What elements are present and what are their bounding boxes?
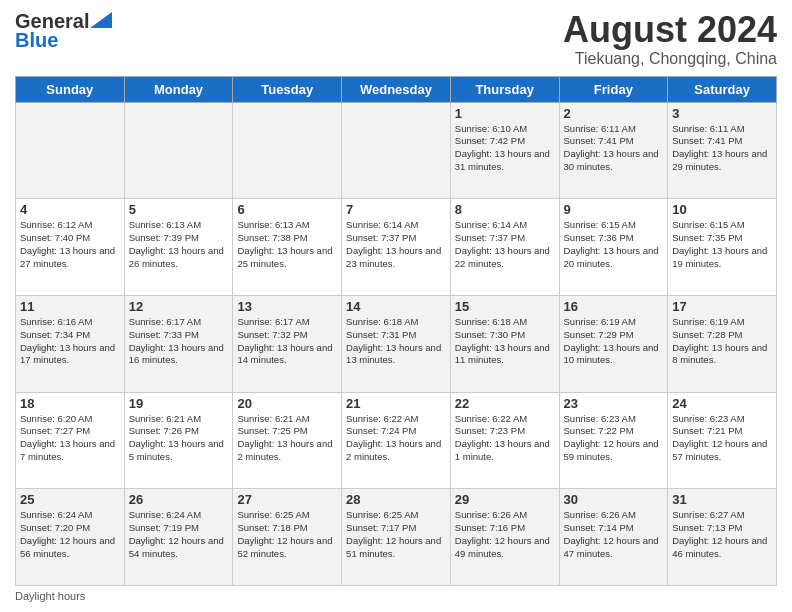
- daylight-label: Daylight hours: [15, 590, 85, 602]
- calendar-table: SundayMondayTuesdayWednesdayThursdayFrid…: [15, 76, 777, 586]
- title-block: August 2024 Tiekuang, Chongqing, China: [563, 10, 777, 68]
- day-detail: Sunrise: 6:23 AM Sunset: 7:21 PM Dayligh…: [672, 413, 772, 464]
- day-detail: Sunrise: 6:13 AM Sunset: 7:39 PM Dayligh…: [129, 219, 229, 270]
- day-cell: 4Sunrise: 6:12 AM Sunset: 7:40 PM Daylig…: [16, 199, 125, 296]
- day-header-saturday: Saturday: [668, 76, 777, 102]
- day-number: 9: [564, 202, 664, 217]
- day-number: 1: [455, 106, 555, 121]
- day-number: 2: [564, 106, 664, 121]
- day-cell: 10Sunrise: 6:15 AM Sunset: 7:35 PM Dayli…: [668, 199, 777, 296]
- day-detail: Sunrise: 6:23 AM Sunset: 7:22 PM Dayligh…: [564, 413, 664, 464]
- day-detail: Sunrise: 6:14 AM Sunset: 7:37 PM Dayligh…: [455, 219, 555, 270]
- day-detail: Sunrise: 6:16 AM Sunset: 7:34 PM Dayligh…: [20, 316, 120, 367]
- day-number: 24: [672, 396, 772, 411]
- day-detail: Sunrise: 6:26 AM Sunset: 7:16 PM Dayligh…: [455, 509, 555, 560]
- day-number: 15: [455, 299, 555, 314]
- week-row-4: 18Sunrise: 6:20 AM Sunset: 7:27 PM Dayli…: [16, 392, 777, 489]
- day-cell: 23Sunrise: 6:23 AM Sunset: 7:22 PM Dayli…: [559, 392, 668, 489]
- day-detail: Sunrise: 6:21 AM Sunset: 7:25 PM Dayligh…: [237, 413, 337, 464]
- day-cell: 20Sunrise: 6:21 AM Sunset: 7:25 PM Dayli…: [233, 392, 342, 489]
- location-title: Tiekuang, Chongqing, China: [563, 50, 777, 68]
- day-cell: [124, 102, 233, 199]
- day-cell: 27Sunrise: 6:25 AM Sunset: 7:18 PM Dayli…: [233, 489, 342, 586]
- day-detail: Sunrise: 6:18 AM Sunset: 7:30 PM Dayligh…: [455, 316, 555, 367]
- day-cell: 8Sunrise: 6:14 AM Sunset: 7:37 PM Daylig…: [450, 199, 559, 296]
- day-detail: Sunrise: 6:13 AM Sunset: 7:38 PM Dayligh…: [237, 219, 337, 270]
- day-header-sunday: Sunday: [16, 76, 125, 102]
- day-cell: 3Sunrise: 6:11 AM Sunset: 7:41 PM Daylig…: [668, 102, 777, 199]
- day-detail: Sunrise: 6:17 AM Sunset: 7:32 PM Dayligh…: [237, 316, 337, 367]
- day-cell: 9Sunrise: 6:15 AM Sunset: 7:36 PM Daylig…: [559, 199, 668, 296]
- day-detail: Sunrise: 6:12 AM Sunset: 7:40 PM Dayligh…: [20, 219, 120, 270]
- day-cell: 7Sunrise: 6:14 AM Sunset: 7:37 PM Daylig…: [342, 199, 451, 296]
- svg-marker-0: [90, 12, 112, 28]
- day-number: 10: [672, 202, 772, 217]
- day-detail: Sunrise: 6:25 AM Sunset: 7:17 PM Dayligh…: [346, 509, 446, 560]
- day-detail: Sunrise: 6:25 AM Sunset: 7:18 PM Dayligh…: [237, 509, 337, 560]
- day-cell: 31Sunrise: 6:27 AM Sunset: 7:13 PM Dayli…: [668, 489, 777, 586]
- month-title: August 2024: [563, 10, 777, 50]
- day-header-friday: Friday: [559, 76, 668, 102]
- day-detail: Sunrise: 6:27 AM Sunset: 7:13 PM Dayligh…: [672, 509, 772, 560]
- day-cell: 5Sunrise: 6:13 AM Sunset: 7:39 PM Daylig…: [124, 199, 233, 296]
- day-detail: Sunrise: 6:24 AM Sunset: 7:20 PM Dayligh…: [20, 509, 120, 560]
- day-detail: Sunrise: 6:18 AM Sunset: 7:31 PM Dayligh…: [346, 316, 446, 367]
- day-number: 17: [672, 299, 772, 314]
- day-number: 22: [455, 396, 555, 411]
- day-number: 28: [346, 492, 446, 507]
- day-number: 4: [20, 202, 120, 217]
- day-detail: Sunrise: 6:20 AM Sunset: 7:27 PM Dayligh…: [20, 413, 120, 464]
- day-header-monday: Monday: [124, 76, 233, 102]
- day-number: 25: [20, 492, 120, 507]
- day-cell: 13Sunrise: 6:17 AM Sunset: 7:32 PM Dayli…: [233, 295, 342, 392]
- day-cell: 25Sunrise: 6:24 AM Sunset: 7:20 PM Dayli…: [16, 489, 125, 586]
- day-cell: 21Sunrise: 6:22 AM Sunset: 7:24 PM Dayli…: [342, 392, 451, 489]
- day-number: 31: [672, 492, 772, 507]
- day-detail: Sunrise: 6:10 AM Sunset: 7:42 PM Dayligh…: [455, 123, 555, 174]
- day-number: 19: [129, 396, 229, 411]
- day-detail: Sunrise: 6:17 AM Sunset: 7:33 PM Dayligh…: [129, 316, 229, 367]
- day-cell: [233, 102, 342, 199]
- day-number: 29: [455, 492, 555, 507]
- day-cell: 17Sunrise: 6:19 AM Sunset: 7:28 PM Dayli…: [668, 295, 777, 392]
- day-cell: 15Sunrise: 6:18 AM Sunset: 7:30 PM Dayli…: [450, 295, 559, 392]
- header: General Blue August 2024 Tiekuang, Chong…: [15, 10, 777, 68]
- day-header-thursday: Thursday: [450, 76, 559, 102]
- day-cell: 19Sunrise: 6:21 AM Sunset: 7:26 PM Dayli…: [124, 392, 233, 489]
- day-number: 18: [20, 396, 120, 411]
- day-cell: 16Sunrise: 6:19 AM Sunset: 7:29 PM Dayli…: [559, 295, 668, 392]
- day-cell: 12Sunrise: 6:17 AM Sunset: 7:33 PM Dayli…: [124, 295, 233, 392]
- day-number: 7: [346, 202, 446, 217]
- day-number: 3: [672, 106, 772, 121]
- day-cell: 22Sunrise: 6:22 AM Sunset: 7:23 PM Dayli…: [450, 392, 559, 489]
- day-cell: 24Sunrise: 6:23 AM Sunset: 7:21 PM Dayli…: [668, 392, 777, 489]
- day-number: 11: [20, 299, 120, 314]
- day-detail: Sunrise: 6:26 AM Sunset: 7:14 PM Dayligh…: [564, 509, 664, 560]
- day-header-tuesday: Tuesday: [233, 76, 342, 102]
- page: General Blue August 2024 Tiekuang, Chong…: [0, 0, 792, 612]
- day-number: 12: [129, 299, 229, 314]
- logo-blue-text: Blue: [15, 29, 58, 52]
- day-number: 20: [237, 396, 337, 411]
- day-detail: Sunrise: 6:11 AM Sunset: 7:41 PM Dayligh…: [672, 123, 772, 174]
- footer: Daylight hours: [15, 590, 777, 602]
- day-number: 16: [564, 299, 664, 314]
- day-header-wednesday: Wednesday: [342, 76, 451, 102]
- day-number: 5: [129, 202, 229, 217]
- day-detail: Sunrise: 6:22 AM Sunset: 7:24 PM Dayligh…: [346, 413, 446, 464]
- day-detail: Sunrise: 6:15 AM Sunset: 7:36 PM Dayligh…: [564, 219, 664, 270]
- day-cell: 11Sunrise: 6:16 AM Sunset: 7:34 PM Dayli…: [16, 295, 125, 392]
- day-cell: 2Sunrise: 6:11 AM Sunset: 7:41 PM Daylig…: [559, 102, 668, 199]
- day-cell: 30Sunrise: 6:26 AM Sunset: 7:14 PM Dayli…: [559, 489, 668, 586]
- day-detail: Sunrise: 6:22 AM Sunset: 7:23 PM Dayligh…: [455, 413, 555, 464]
- logo-icon: [90, 12, 112, 28]
- day-detail: Sunrise: 6:24 AM Sunset: 7:19 PM Dayligh…: [129, 509, 229, 560]
- logo: General Blue: [15, 10, 112, 52]
- day-number: 27: [237, 492, 337, 507]
- day-detail: Sunrise: 6:21 AM Sunset: 7:26 PM Dayligh…: [129, 413, 229, 464]
- day-cell: 14Sunrise: 6:18 AM Sunset: 7:31 PM Dayli…: [342, 295, 451, 392]
- day-cell: 6Sunrise: 6:13 AM Sunset: 7:38 PM Daylig…: [233, 199, 342, 296]
- day-cell: [342, 102, 451, 199]
- day-cell: 28Sunrise: 6:25 AM Sunset: 7:17 PM Dayli…: [342, 489, 451, 586]
- week-row-1: 1Sunrise: 6:10 AM Sunset: 7:42 PM Daylig…: [16, 102, 777, 199]
